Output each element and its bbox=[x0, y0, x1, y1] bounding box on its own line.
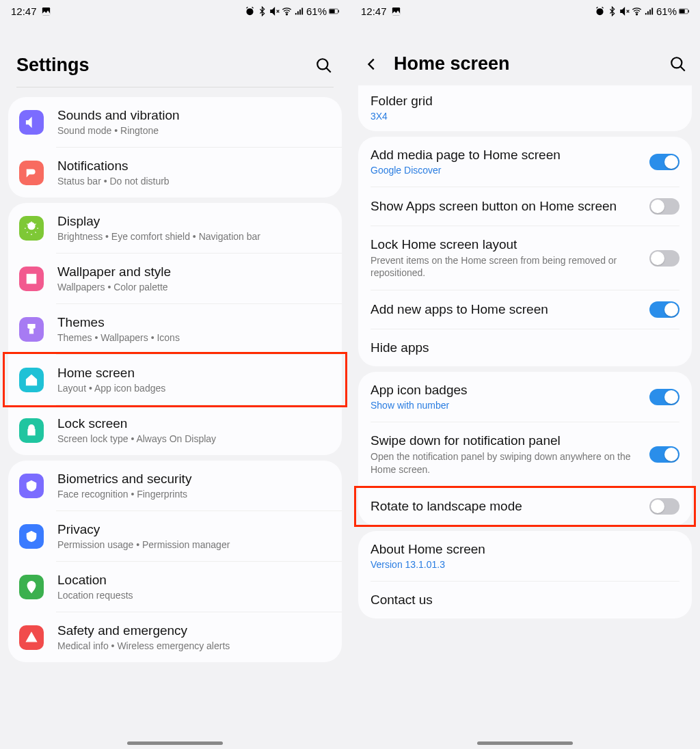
row-lock-layout[interactable]: Lock Home screen layoutPrevent items on … bbox=[358, 226, 692, 290]
row-contact[interactable]: Contact us bbox=[358, 582, 692, 618]
battery-icon bbox=[679, 6, 689, 16]
row-safety[interactable]: Safety and emergencyMedical info • Wirel… bbox=[8, 612, 342, 662]
row-hide-apps[interactable]: Hide apps bbox=[358, 329, 692, 366]
lock-screen-icon bbox=[19, 418, 44, 443]
toggle-swipe-down[interactable] bbox=[649, 446, 679, 463]
picture-icon bbox=[41, 6, 51, 16]
svg-point-1 bbox=[246, 8, 253, 15]
row-biometrics[interactable]: Biometrics and securityFace recognition … bbox=[8, 461, 342, 510]
row-badges[interactable]: App icon badgesShow with number bbox=[358, 372, 692, 422]
settings-group: Sounds and vibrationSound mode • Rington… bbox=[8, 97, 342, 198]
bluetooth-icon bbox=[607, 6, 617, 16]
row-notifications[interactable]: NotificationsStatus bar • Do not disturb bbox=[8, 148, 342, 198]
row-location[interactable]: LocationLocation requests bbox=[8, 562, 342, 612]
mute-icon bbox=[269, 6, 280, 16]
row-title: Lock Home screen layout bbox=[371, 237, 643, 252]
svg-rect-4 bbox=[329, 9, 335, 13]
row-swipe-down[interactable]: Swipe down for notification panelOpen th… bbox=[358, 422, 692, 486]
row-about[interactable]: About Home screenVersion 13.1.01.3 bbox=[358, 531, 692, 581]
page-title: Settings bbox=[16, 55, 302, 76]
svg-point-6 bbox=[317, 59, 327, 69]
row-subtitle: Screen lock type • Always On Display bbox=[57, 433, 329, 444]
picture-icon bbox=[391, 6, 401, 16]
home-indicator[interactable] bbox=[477, 741, 573, 745]
row-add-new[interactable]: Add new apps to Home screen bbox=[358, 290, 692, 329]
row-title: Home screen bbox=[57, 366, 329, 381]
toggle-apps-btn[interactable] bbox=[649, 198, 679, 215]
notifications-icon bbox=[19, 161, 44, 185]
alarm-icon bbox=[245, 6, 255, 16]
row-display[interactable]: DisplayBrightness • Eye comfort shield •… bbox=[8, 203, 342, 253]
wallpaper-icon bbox=[19, 267, 44, 291]
home-indicator[interactable] bbox=[127, 741, 223, 745]
safety-icon bbox=[19, 625, 44, 650]
search-button[interactable] bbox=[669, 55, 688, 74]
row-folder-grid[interactable]: Folder grid 3X4 bbox=[358, 87, 692, 131]
search-button[interactable] bbox=[314, 56, 334, 75]
row-title: Rotate to landscape mode bbox=[371, 499, 643, 514]
toggle-lock-layout[interactable] bbox=[649, 250, 679, 267]
row-title: Swipe down for notification panel bbox=[371, 433, 643, 448]
privacy-icon bbox=[19, 524, 44, 549]
status-time: 12:47 bbox=[11, 5, 37, 17]
biometrics-icon bbox=[19, 474, 44, 498]
settings-group: Biometrics and securityFace recognition … bbox=[8, 461, 342, 662]
row-title: About Home screen bbox=[371, 542, 673, 557]
row-lock-screen[interactable]: Lock screenScreen lock type • Always On … bbox=[8, 405, 342, 455]
row-title: Show Apps screen button on Home screen bbox=[371, 199, 643, 214]
row-value: Version 13.1.01.3 bbox=[371, 559, 673, 570]
row-title: Display bbox=[57, 214, 329, 229]
row-themes[interactable]: ThemesThemes • Wallpapers • Icons bbox=[8, 304, 342, 354]
toggle-media-page[interactable] bbox=[649, 154, 679, 170]
battery-icon bbox=[329, 6, 339, 16]
svg-point-13 bbox=[671, 57, 682, 68]
settings-group: App icon badgesShow with numberSwipe dow… bbox=[358, 372, 692, 525]
row-value: Google Discover bbox=[371, 165, 643, 176]
battery-pct: 61% bbox=[656, 5, 677, 17]
row-apps-btn[interactable]: Show Apps screen button on Home screen bbox=[358, 187, 692, 226]
signal-icon bbox=[294, 6, 304, 16]
page-title: Home screen bbox=[394, 53, 656, 74]
settings-list[interactable]: Sounds and vibrationSound mode • Rington… bbox=[0, 92, 350, 749]
row-subtitle: Open the notification panel by swiping d… bbox=[371, 450, 643, 475]
chevron-left-icon bbox=[364, 57, 379, 72]
sounds-icon bbox=[19, 110, 44, 135]
toggle-add-new[interactable] bbox=[649, 301, 679, 318]
settings-group: Folder grid 3X4 bbox=[358, 85, 692, 131]
home-screen-list[interactable]: Folder grid 3X4 Add media page to Home s… bbox=[350, 85, 700, 749]
svg-point-2 bbox=[286, 13, 288, 14]
settings-header: Settings bbox=[0, 22, 350, 87]
row-value: 3X4 bbox=[371, 111, 673, 122]
row-title: Location bbox=[57, 573, 329, 588]
row-title: Add media page to Home screen bbox=[371, 148, 643, 163]
home-screen-icon bbox=[19, 368, 44, 392]
row-sounds[interactable]: Sounds and vibrationSound mode • Rington… bbox=[8, 97, 342, 147]
settings-pane: 12:47 61% Settings Sounds and vibrationS… bbox=[0, 0, 350, 749]
svg-rect-12 bbox=[688, 10, 689, 12]
display-icon bbox=[19, 216, 44, 241]
row-title: Safety and emergency bbox=[57, 623, 329, 638]
row-home-screen[interactable]: Home screenLayout • App icon badges bbox=[8, 355, 342, 405]
location-icon bbox=[19, 575, 44, 599]
svg-rect-5 bbox=[338, 10, 339, 12]
row-privacy[interactable]: PrivacyPermission usage • Permission man… bbox=[8, 511, 342, 561]
row-title: Lock screen bbox=[57, 416, 329, 431]
row-title: Biometrics and security bbox=[57, 472, 329, 487]
home-screen-pane: 12:47 61% Home screen Folder grid bbox=[350, 0, 700, 749]
row-media-page[interactable]: Add media page to Home screenGoogle Disc… bbox=[358, 137, 692, 187]
row-title: Folder grid bbox=[371, 94, 673, 109]
row-title: Privacy bbox=[57, 522, 329, 537]
row-subtitle: Wallpapers • Color palette bbox=[57, 282, 329, 292]
home-screen-header: Home screen bbox=[350, 22, 700, 85]
row-title: Themes bbox=[57, 315, 329, 330]
row-title: App icon badges bbox=[371, 383, 643, 398]
toggle-rotate[interactable] bbox=[649, 498, 679, 515]
toggle-badges[interactable] bbox=[649, 389, 679, 405]
row-subtitle: Themes • Wallpapers • Icons bbox=[57, 332, 329, 343]
row-rotate[interactable]: Rotate to landscape mode bbox=[358, 487, 692, 526]
back-button[interactable] bbox=[362, 55, 381, 74]
row-wallpaper[interactable]: Wallpaper and styleWallpapers • Color pa… bbox=[8, 254, 342, 303]
svg-rect-11 bbox=[679, 9, 685, 13]
settings-group: About Home screenVersion 13.1.01.3Contac… bbox=[358, 531, 692, 618]
search-icon bbox=[669, 55, 687, 73]
